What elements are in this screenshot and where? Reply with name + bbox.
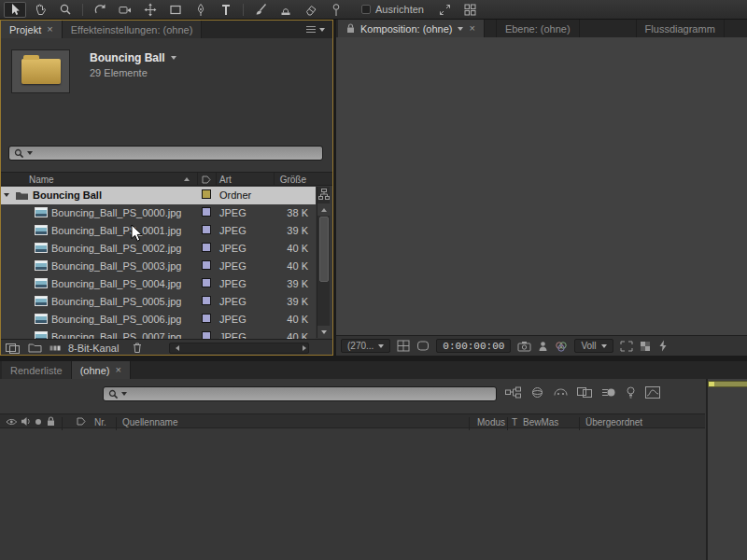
video-icon[interactable]: [6, 417, 18, 427]
puppet-pin-tool-button[interactable]: [325, 2, 347, 18]
selection-tool-button[interactable]: [4, 2, 26, 18]
work-area-bar[interactable]: [708, 381, 747, 387]
clone-stamp-tool-button[interactable]: [275, 2, 297, 18]
label-swatch[interactable]: [202, 225, 211, 234]
rotation-tool-button[interactable]: [89, 2, 111, 18]
fast-preview-icon[interactable]: [658, 340, 668, 352]
mask-visibility-icon[interactable]: [416, 340, 430, 352]
tab-ebene[interactable]: Ebene: (ohne): [496, 20, 580, 37]
label-swatch[interactable]: [202, 189, 211, 199]
resolution-menu[interactable]: Voll: [574, 339, 613, 353]
label-icon[interactable]: [202, 175, 211, 184]
zoom-tool-button[interactable]: [54, 2, 77, 18]
brush-tool-button[interactable]: [249, 2, 272, 18]
camera-tool-button[interactable]: [114, 2, 136, 18]
hand-tool-button[interactable]: [29, 2, 51, 18]
scrollbar-thumb[interactable]: [319, 217, 329, 282]
audio-icon[interactable]: [21, 416, 31, 427]
label-icon[interactable]: [77, 417, 86, 426]
twirl-down-icon[interactable]: [4, 193, 9, 197]
pan-behind-tool-button[interactable]: [139, 2, 162, 18]
show-snapshot-icon[interactable]: [538, 341, 548, 352]
draft-3d-icon[interactable]: [530, 386, 544, 399]
column-header-nr[interactable]: Nr.: [94, 417, 106, 427]
sort-ascending-icon[interactable]: [184, 177, 190, 181]
timeline-search-field[interactable]: [103, 386, 497, 401]
magnification-menu[interactable]: (270...: [341, 339, 390, 353]
trash-icon[interactable]: [132, 342, 143, 354]
comp-selector-icon[interactable]: [458, 27, 463, 31]
column-header-bewmas[interactable]: BewMas: [523, 417, 558, 427]
frame-blend-icon[interactable]: [577, 386, 592, 399]
brainstorm-icon[interactable]: [626, 386, 636, 399]
timecode-display[interactable]: 0:00:00:00: [436, 339, 511, 353]
transparency-grid-icon[interactable]: [640, 341, 652, 352]
choose-grid-icon[interactable]: [397, 340, 410, 352]
scroll-down-button[interactable]: [317, 326, 331, 338]
label-swatch[interactable]: [202, 278, 211, 287]
motion-blur-icon[interactable]: [601, 386, 616, 399]
project-row-file[interactable]: Bouncing_Ball_PS_0005.jpg JPEG 39 K: [1, 293, 316, 311]
selection-icon: [8, 3, 21, 17]
project-row-file[interactable]: Bouncing_Ball_PS_0001.jpg JPEG 39 K: [1, 222, 316, 240]
close-tab-icon[interactable]: ×: [469, 23, 474, 34]
snapshot-icon[interactable]: [517, 341, 531, 352]
workspace-expand-button[interactable]: [434, 2, 457, 18]
eraser-tool-button[interactable]: [300, 2, 322, 18]
lock-icon[interactable]: [47, 416, 55, 427]
project-row-file[interactable]: Bouncing_Ball_PS_0006.jpg JPEG 40 K: [1, 311, 316, 329]
label-swatch[interactable]: [202, 243, 211, 252]
bit-depth-label[interactable]: 8-Bit-Kanal: [68, 343, 119, 354]
tab-flussdiagramm[interactable]: Flussdiagramm: [636, 20, 725, 37]
column-header-name[interactable]: Name: [29, 175, 54, 185]
solo-icon[interactable]: [35, 418, 42, 426]
item-flyout-icon[interactable]: [171, 56, 176, 60]
label-swatch[interactable]: [202, 207, 211, 217]
vertical-scrollbar[interactable]: [317, 187, 330, 338]
project-row-file[interactable]: Bouncing_Ball_PS_0002.jpg JPEG 40 K: [1, 240, 316, 258]
close-tab-icon[interactable]: ×: [115, 365, 120, 375]
search-options-icon[interactable]: [121, 392, 127, 396]
snapping-checkbox[interactable]: [361, 5, 371, 14]
column-header-quellenname[interactable]: Quellenname: [122, 417, 177, 427]
search-options-icon[interactable]: [27, 151, 33, 155]
channels-icon[interactable]: [555, 341, 568, 352]
label-swatch[interactable]: [202, 260, 211, 270]
panel-menu-button[interactable]: [305, 25, 325, 34]
scroll-left-button[interactable]: [171, 343, 183, 353]
lock-icon[interactable]: [346, 23, 355, 34]
label-swatch[interactable]: [202, 296, 211, 305]
comp-mini-flowchart-icon[interactable]: [505, 386, 521, 399]
column-header-uebergeordnet[interactable]: Übergeordnet: [585, 417, 642, 427]
tab-renderliste[interactable]: Renderliste: [2, 361, 72, 379]
column-header-art[interactable]: Art: [219, 175, 232, 185]
tab-ohne[interactable]: (ohne) ×: [72, 361, 131, 379]
type-tool-button[interactable]: [215, 2, 237, 18]
tab-komposition[interactable]: Komposition: (ohne) ×: [338, 20, 485, 37]
label-swatch[interactable]: [202, 314, 211, 323]
project-search-field[interactable]: [8, 146, 323, 161]
column-header-modus[interactable]: Modus: [477, 417, 505, 427]
tab-effekteinstellungen[interactable]: Effekteinstellungen: (ohne): [63, 21, 203, 38]
new-folder-icon[interactable]: [28, 343, 42, 353]
pen-tool-button[interactable]: [190, 2, 212, 18]
column-header-t[interactable]: T: [512, 417, 517, 427]
hide-shy-icon[interactable]: [554, 386, 568, 399]
project-row-file[interactable]: Bouncing_Ball_PS_0003.jpg JPEG 40 K: [1, 258, 316, 275]
scroll-up-button[interactable]: [317, 203, 331, 216]
region-of-interest-icon[interactable]: [620, 341, 633, 352]
workspace-grid-button[interactable]: [459, 2, 482, 18]
scroll-right-button[interactable]: [298, 343, 310, 353]
mask-tool-button[interactable]: [164, 2, 187, 18]
flowchart-icon[interactable]: [318, 189, 330, 200]
close-tab-icon[interactable]: ×: [47, 24, 52, 35]
project-row-file[interactable]: Bouncing_Ball_PS_0000.jpg JPEG 38 K: [1, 204, 316, 222]
project-row-folder[interactable]: Bouncing Ball Ordner: [1, 187, 316, 204]
tab-projekt[interactable]: Projekt ×: [1, 21, 63, 38]
project-row-file[interactable]: Bouncing_Ball_PS_0004.jpg JPEG 39 K: [1, 275, 316, 293]
column-header-groesse[interactable]: Größe: [280, 175, 306, 185]
horizontal-scrollbar[interactable]: [169, 343, 309, 354]
bit-depth-icon[interactable]: [49, 343, 61, 353]
interpret-footage-icon[interactable]: [6, 343, 21, 354]
graph-editor-icon[interactable]: [645, 386, 660, 399]
